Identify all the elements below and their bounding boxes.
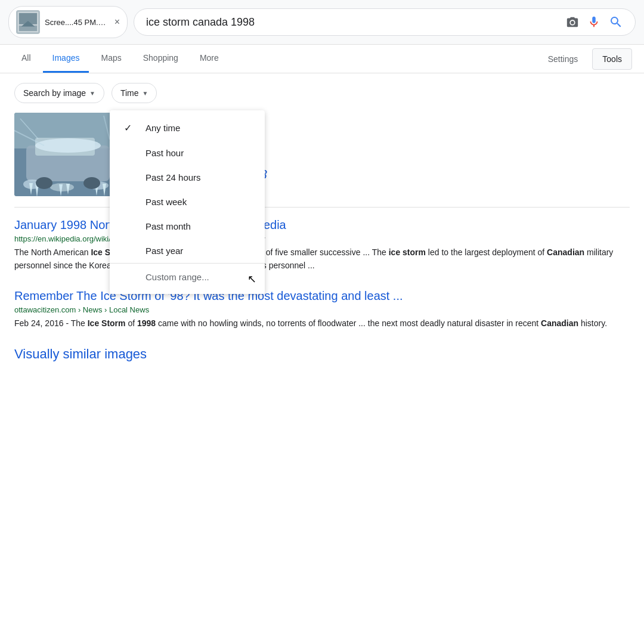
search-tab[interactable]: Scree....45 PM.png × bbox=[8, 6, 128, 38]
svg-point-21 bbox=[36, 177, 52, 189]
search-result-1: January 1998 North American ice storm - … bbox=[14, 218, 630, 273]
image-preview bbox=[14, 113, 122, 196]
result-2-url: ottawacitizen.com › News › Local News bbox=[14, 305, 630, 314]
tab-close-button[interactable]: × bbox=[114, 17, 120, 27]
cursor-icon: ↖ bbox=[247, 273, 256, 286]
search-icon bbox=[609, 15, 623, 29]
dropdown-item-custom-range[interactable]: Custom range... ↖ bbox=[110, 263, 265, 289]
search-query-text[interactable]: ice storm canada 1998 bbox=[146, 16, 559, 29]
search-by-image-button[interactable]: Search by image ▼ bbox=[14, 83, 104, 103]
bold-canadian-1: Canadian bbox=[547, 247, 584, 257]
camera-search-button[interactable] bbox=[566, 16, 579, 29]
dropdown-item-custom-range-label: Custom range... bbox=[145, 272, 209, 282]
tab-label: Scree....45 PM.png bbox=[45, 18, 110, 27]
search-input-box: ice storm canada 1998 bbox=[134, 8, 636, 36]
nav-right: Settings Tools bbox=[538, 48, 632, 70]
checkmark-icon: ✓ bbox=[124, 122, 136, 134]
time-filter-arrow-icon: ▼ bbox=[143, 90, 148, 97]
time-dropdown-menu: ✓ Any time Past hour Past 24 hours Past … bbox=[110, 110, 265, 294]
search-bar-container: Scree....45 PM.png × ice storm canada 19… bbox=[0, 0, 644, 45]
dropdown-item-past-year-label: Past year bbox=[145, 246, 183, 256]
mic-icon bbox=[587, 16, 600, 29]
divider-1 bbox=[14, 207, 630, 208]
main-results: Sizes for this image: Medium Best guess … bbox=[14, 113, 630, 196]
search-by-image-arrow-icon: ▼ bbox=[89, 90, 95, 97]
search-by-image-label: Search by image bbox=[23, 88, 86, 98]
tab-more[interactable]: More bbox=[190, 45, 228, 73]
time-filter-label: Time bbox=[120, 88, 139, 98]
result-1-url: https://en.wikipedia.org/wiki/January_19… bbox=[14, 234, 630, 243]
voice-search-button[interactable] bbox=[587, 16, 600, 29]
tab-thumbnail bbox=[16, 10, 40, 34]
time-filter-button[interactable]: Time ▼ bbox=[112, 83, 157, 103]
dropdown-item-past-hour[interactable]: Past hour bbox=[110, 141, 265, 165]
svg-point-22 bbox=[83, 177, 100, 189]
content-area: Search by image ▼ Time ▼ ✓ Any time Past… bbox=[0, 73, 644, 371]
svg-point-5 bbox=[571, 21, 574, 24]
dropdown-item-past-year[interactable]: Past year bbox=[110, 239, 265, 263]
tab-shopping[interactable]: Shopping bbox=[134, 45, 188, 73]
nav-tabs: All Images Maps Shopping More Settings T… bbox=[0, 45, 644, 73]
dropdown-item-any-time[interactable]: ✓ Any time bbox=[110, 115, 265, 141]
search-submit-button[interactable] bbox=[609, 15, 623, 29]
dropdown-item-past-month[interactable]: Past month bbox=[110, 214, 265, 239]
dropdown-item-past-week[interactable]: Past week bbox=[110, 190, 265, 214]
bold-canadian-3: Canadian bbox=[541, 318, 578, 328]
dropdown-item-past-hour-label: Past hour bbox=[145, 148, 184, 158]
result-1-snippet: The North American Ice Storm of 1998 was… bbox=[14, 246, 630, 273]
filter-bar: Search by image ▼ Time ▼ ✓ Any time Past… bbox=[14, 83, 630, 103]
dropdown-item-past-24-hours-label: Past 24 hours bbox=[145, 172, 201, 182]
search-result-2: Remember The Ice Storm of '98? It was th… bbox=[14, 289, 630, 330]
bold-ice-storm-2: ice storm bbox=[389, 247, 426, 257]
dropdown-item-past-month-label: Past month bbox=[145, 221, 191, 231]
result-1-title[interactable]: January 1998 North American ice storm - … bbox=[14, 218, 630, 232]
settings-button[interactable]: Settings bbox=[538, 48, 588, 70]
svg-point-20 bbox=[35, 138, 101, 153]
dropdown-item-past-week-label: Past week bbox=[145, 197, 187, 207]
tab-all[interactable]: All bbox=[12, 45, 41, 73]
tab-maps[interactable]: Maps bbox=[91, 45, 131, 73]
ice-storm-image bbox=[14, 113, 122, 196]
dropdown-item-past-24-hours[interactable]: Past 24 hours bbox=[110, 165, 265, 190]
bold-1998-2: 1998 bbox=[137, 318, 156, 328]
camera-icon bbox=[566, 16, 579, 29]
tools-button[interactable]: Tools bbox=[592, 48, 632, 70]
result-2-date: Feb 24, 2016 bbox=[14, 318, 64, 328]
bold-ice-storm-3: Ice Storm bbox=[88, 318, 126, 328]
tab-images[interactable]: Images bbox=[43, 45, 89, 73]
result-2-url-text[interactable]: ottawacitizen.com › News › Local News bbox=[14, 305, 149, 314]
search-icons bbox=[566, 15, 623, 29]
result-2-snippet: Feb 24, 2016 - The Ice Storm of 1998 cam… bbox=[14, 317, 630, 330]
result-2-title[interactable]: Remember The Ice Storm of '98? It was th… bbox=[14, 289, 630, 303]
visually-similar-link[interactable]: Visually similar images bbox=[14, 346, 630, 362]
dropdown-item-any-time-label: Any time bbox=[145, 123, 180, 133]
